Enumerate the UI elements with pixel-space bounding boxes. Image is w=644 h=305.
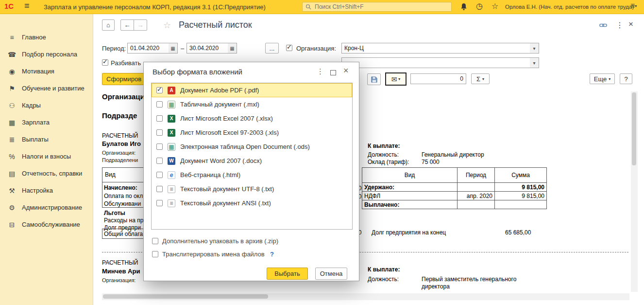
- sum-result-field[interactable]: [410, 73, 466, 84]
- sidebar-item-label: Мотивация: [22, 68, 54, 75]
- help-button[interactable]: ?: [620, 73, 632, 84]
- dialog-title: Выбор формата вложений: [153, 68, 242, 76]
- format-option-txt-utf8[interactable]: Текстовый документ UTF-8 (.txt): [152, 182, 352, 196]
- transliterate-checkbox[interactable]: [152, 251, 158, 257]
- favorites-star-icon[interactable]: ☆: [491, 2, 498, 10]
- format-option-xlsx[interactable]: Лист Microsoft Excel 2007 (.xlsx): [152, 111, 352, 126]
- horizontal-scrollbar[interactable]: [102, 293, 629, 300]
- vertical-scrollbar-thumb[interactable]: [632, 92, 636, 165]
- sidebar-item-reports[interactable]: ▤Отчетность, справки: [0, 165, 93, 182]
- sidebar-item-administration[interactable]: ⚙Администрирование: [0, 199, 93, 216]
- format-checkbox[interactable]: [156, 129, 163, 136]
- zip-checkbox[interactable]: [152, 238, 158, 244]
- format-label: Электронная таблица Open Document (.ods): [180, 143, 310, 150]
- autosum-button[interactable]: Σ▾: [471, 73, 490, 84]
- select-label: Выбрать: [274, 270, 300, 277]
- position-label: Должность:: [368, 151, 399, 158]
- format-label: Лист Microsoft Excel 2007 (.xlsx): [180, 115, 273, 122]
- accrued-row: Оплата по окл: [104, 193, 143, 199]
- sidebar-item-main[interactable]: ≡Главное: [0, 29, 93, 46]
- forward-button[interactable]: →: [134, 19, 147, 31]
- format-checkbox[interactable]: [156, 144, 163, 150]
- payslip-caption: РАСЧЕТНЫЙ: [102, 259, 138, 266]
- format-checkbox[interactable]: [156, 172, 163, 178]
- transliterate-help-link[interactable]: ?: [270, 251, 274, 258]
- more-actions-button[interactable]: Еще▾: [590, 73, 615, 84]
- calendar-icon[interactable]: ▦: [228, 43, 237, 54]
- format-checkbox[interactable]: [156, 87, 163, 93]
- self-service-icon: ⊟: [8, 221, 16, 229]
- sidebar-item-label: Настройка: [22, 187, 53, 194]
- sidebar-item-settings[interactable]: ⚒Настройка: [0, 182, 93, 199]
- save-button[interactable]: [367, 73, 381, 85]
- more-menu-icon[interactable]: ⋮: [616, 20, 624, 30]
- format-option-txt-ansi[interactable]: Текстовый документ ANSI (.txt): [152, 196, 352, 210]
- salary-label: Оклад (тариф):: [368, 159, 409, 165]
- dialog-close-icon[interactable]: ×: [343, 66, 349, 75]
- favorite-page-star-icon[interactable]: ☆: [163, 20, 171, 31]
- format-option-mxl[interactable]: Табличный документ (.mxl): [152, 97, 352, 111]
- gear-icon: ⚙: [8, 204, 16, 212]
- main-menu-icon[interactable]: ≡: [24, 1, 30, 11]
- generate-report-button[interactable]: Сформиров: [102, 73, 144, 85]
- period-from-input[interactable]: [127, 43, 169, 54]
- format-option-html[interactable]: Веб-страница (.html): [152, 168, 352, 182]
- sidebar-item-motivation[interactable]: ◉Мотивация: [0, 63, 93, 80]
- current-user[interactable]: Орлова Е.Н. (Нач. отд. расчетов по оплат…: [505, 4, 634, 10]
- calendar-icon[interactable]: ▦: [169, 43, 178, 54]
- sidebar-item-payments[interactable]: ≣Выплаты: [0, 131, 93, 148]
- sidebar-item-hr[interactable]: ⚇Кадры: [0, 97, 93, 114]
- table-line: [102, 182, 144, 182]
- format-option-docx[interactable]: Документ Word 2007 (.docx): [152, 154, 352, 168]
- format-option-pdf[interactable]: Документ Adobe PDF (.pdf): [152, 83, 352, 97]
- format-checkbox[interactable]: [156, 200, 163, 206]
- sidebar-item-selfservice[interactable]: ⊟Самообслуживание: [0, 216, 93, 233]
- cancel-button[interactable]: Отмена: [315, 268, 347, 280]
- organization-checkbox[interactable]: [286, 45, 292, 51]
- search-input[interactable]: [314, 3, 448, 11]
- 1c-logo: 1С: [4, 2, 14, 10]
- spreadsheet-mxl-icon: [168, 101, 175, 108]
- format-checkbox[interactable]: [156, 101, 163, 108]
- dialog-menu-dots-icon[interactable]: ⋮: [317, 68, 324, 75]
- format-checkbox[interactable]: [156, 186, 163, 192]
- select-button[interactable]: Выбрать: [267, 268, 308, 280]
- get-link-icon[interactable]: [599, 21, 607, 31]
- dialog-maximize-icon[interactable]: [330, 70, 336, 75]
- attachment-format-dialog: Выбор формата вложений ⋮ × Документ Adob…: [143, 62, 359, 281]
- send-mail-button[interactable]: ✉▾: [385, 72, 407, 86]
- vertical-scrollbar[interactable]: [631, 91, 638, 292]
- horizontal-scrollbar-thumb[interactable]: [103, 294, 268, 299]
- history-icon[interactable]: ◷: [476, 2, 483, 10]
- close-page-icon[interactable]: ×: [628, 19, 633, 29]
- sidebar-item-salary[interactable]: ▦Зарплата: [0, 114, 93, 131]
- format-checkbox[interactable]: [156, 158, 163, 164]
- notifications-bell-icon[interactable]: [460, 3, 467, 12]
- report-org-header: Организаци: [102, 92, 145, 101]
- position-value: директора: [422, 283, 450, 290]
- home-button[interactable]: ⌂: [102, 19, 115, 31]
- split-checkbox[interactable]: [102, 59, 108, 66]
- period-to-input[interactable]: [186, 43, 228, 54]
- back-button[interactable]: ←: [120, 19, 134, 31]
- format-option-ods[interactable]: Электронная таблица Open Document (.ods): [152, 140, 352, 154]
- sidebar-item-recruiting[interactable]: ☎Подбор персонала: [0, 46, 93, 63]
- global-search[interactable]: [302, 2, 452, 12]
- col-vid-left: Вид: [105, 171, 116, 178]
- period-to-field: ▦: [186, 43, 237, 54]
- taxes-icon: %: [8, 153, 16, 161]
- back-arrow-icon: ←: [124, 21, 131, 29]
- period-variants-button[interactable]: ...: [265, 43, 279, 54]
- format-option-xls[interactable]: Лист Microsoft Excel 97-2003 (.xls): [152, 126, 352, 140]
- sidebar-item-taxes[interactable]: %Налоги и взносы: [0, 148, 93, 165]
- format-checkbox[interactable]: [156, 115, 163, 122]
- salary-icon: ▦: [8, 119, 16, 126]
- sidebar-item-label: Зарплата: [22, 119, 50, 126]
- chevron-down-icon[interactable]: ▾: [530, 43, 539, 54]
- employee-filter-input[interactable]: [341, 57, 530, 68]
- chevron-down-icon[interactable]: ▾: [530, 57, 539, 68]
- to-pay-label: К выплате:: [368, 266, 400, 273]
- user-menu-icon[interactable]: ≡▾: [630, 2, 637, 10]
- sidebar-item-training[interactable]: ⚑Обучение и развитие: [0, 80, 93, 97]
- organization-input[interactable]: [341, 43, 530, 54]
